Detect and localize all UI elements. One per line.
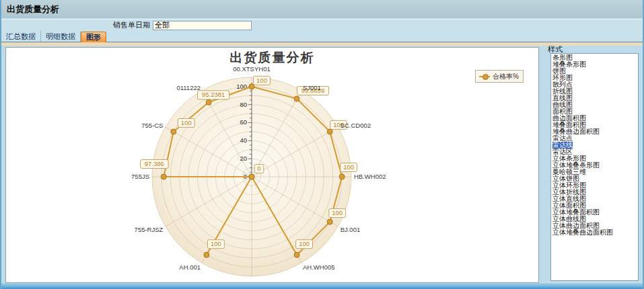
style-list-item[interactable]: 立体堆叠曲边面积图 [552,229,638,236]
svg-text:97.386: 97.386 [145,160,164,167]
svg-text:755-RJSZ: 755-RJSZ [135,226,164,233]
chart-legend: 合格率% [475,70,524,83]
chart-panel: 02040608010010099.8659100100100100010097… [5,47,539,283]
window-titlebar: 出货质量分析 [0,0,644,18]
style-list[interactable]: 条形图堆叠条形图饼图环形图散列点折线图直线图曲线图面积图曲边面积图堆叠面积图堆叠… [550,53,639,281]
tab-chart[interactable]: 图形 [81,32,106,42]
page-title: 出货质量分析 [7,3,59,15]
svg-text:SJ001: SJ001 [303,84,321,91]
svg-text:BJ.001: BJ.001 [341,226,361,233]
tab-summary-data[interactable]: 汇总数据 [1,31,41,42]
svg-text:20: 20 [240,155,247,162]
svg-text:40: 40 [240,136,247,144]
svg-text:SC.CD002: SC.CD002 [341,122,371,129]
legend-series-marker-icon [479,76,490,77]
svg-text:755JS: 755JS [131,173,149,180]
svg-text:100: 100 [343,163,354,171]
svg-text:HB.WH002: HB.WH002 [354,173,386,180]
svg-text:100: 100 [299,240,310,247]
svg-text:100: 100 [211,240,221,247]
legend-label: 合格率% [493,72,519,81]
svg-text:AH.001: AH.001 [179,263,201,271]
svg-text:100: 100 [256,77,267,84]
app-window: 出货质量分析 销售单日期 汇总数据明细数据图形 0204060801001009… [0,0,644,289]
filter-bar: 销售单日期 [0,19,644,31]
date-filter-input[interactable] [153,21,252,30]
window-border-left [0,0,1,289]
chart-title: 出货质量分析 [6,49,538,67]
date-filter-label: 销售单日期 [113,20,150,30]
svg-text:0: 0 [257,165,260,172]
status-bar [0,284,644,289]
tab-detail-data[interactable]: 明细数据 [41,31,81,42]
svg-text:100: 100 [181,119,192,126]
tab-bar: 汇总数据明细数据图形 [1,31,643,42]
svg-text:95.2381: 95.2381 [202,91,225,98]
radar-chart: 02040608010010099.8659100100100100010097… [6,48,538,282]
svg-text:60: 60 [240,118,247,126]
svg-text:AH.RH.001: AH.RH.001 [236,280,268,282]
svg-text:0111222: 0111222 [176,84,201,91]
svg-text:100: 100 [332,209,343,216]
svg-text:755-CS: 755-CS [141,122,163,129]
svg-text:80: 80 [240,101,247,108]
svg-text:AH.WH005: AH.WH005 [303,263,335,271]
